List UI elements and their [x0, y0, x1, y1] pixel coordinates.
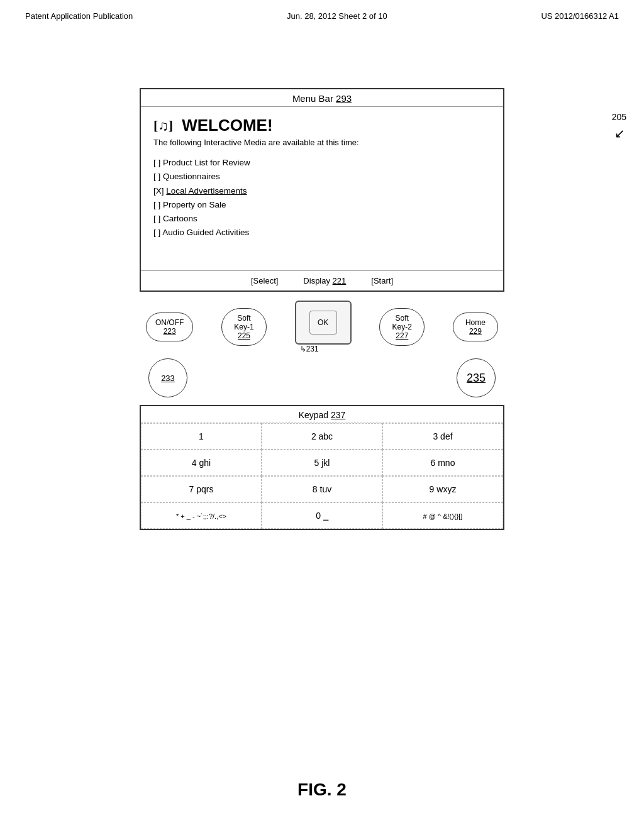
checkbox: [ ] [153, 214, 163, 223]
key-0[interactable]: 0 ⎯ [262, 502, 382, 529]
soft-key-2-label: SoftKey-2 [389, 314, 415, 332]
soft-key-1-button[interactable]: SoftKey-1 225 [221, 308, 267, 346]
checkbox: [ ] [153, 228, 162, 237]
right-scroll-ref: 235 [467, 372, 486, 385]
ok-inner[interactable]: OK [309, 311, 337, 335]
welcome-heading: WELCOME! [182, 116, 272, 135]
list-item[interactable]: [ ] Questionnaires [153, 170, 491, 184]
figure-caption: FIG. 2 [297, 780, 347, 799]
menu-bar-ref: 293 [336, 93, 352, 104]
controls-section: ON/OFF 223 SoftKey-1 225 OK ↳231 SoftKey… [140, 292, 504, 404]
soft-key-1-label: SoftKey-1 [231, 314, 257, 332]
key-6mno[interactable]: 6 mno [382, 450, 503, 476]
list-item[interactable]: [ ] Audio Guided Activities [153, 226, 491, 240]
screen-content: [♫] WELCOME! The following Interactive M… [141, 107, 503, 270]
list-item[interactable]: [ ] Product List for Review [153, 156, 491, 170]
list-item[interactable]: [X] Local Advertisements [153, 184, 491, 198]
welcome-row: [♫] WELCOME! [153, 116, 491, 135]
subtitle: The following Interactive Media are avai… [153, 138, 491, 147]
list-item[interactable]: [ ] Property on Sale [153, 198, 491, 212]
menu-items-list: [ ] Product List for Review [ ] Question… [153, 156, 491, 240]
key-3def[interactable]: 3 def [382, 423, 503, 450]
keypad-section: Keypad 237 1 2 abc 3 def 4 ghi 5 jkl 6 m… [140, 405, 504, 530]
key-5jkl[interactable]: 5 jkl [262, 450, 382, 476]
menu-bar: Menu Bar 293 [141, 89, 503, 107]
device: Menu Bar 293 [♫] WELCOME! The following … [140, 88, 504, 530]
soft-key-2-button[interactable]: SoftKey-2 227 [379, 308, 425, 346]
header-left: Patent Application Publication [25, 11, 133, 21]
display-bar: [Select] Display 221 [Start] [141, 270, 503, 290]
soft-key-2-ref: 227 [389, 331, 415, 340]
left-scroll-ref: 233 [161, 374, 175, 383]
item-label: Cartoons [163, 214, 197, 223]
item-label: Property on Sale [163, 200, 226, 209]
header-right: US 2012/0166312 A1 [541, 11, 619, 21]
key-9wxyz[interactable]: 9 wxyz [382, 476, 503, 502]
checkbox: [X] [153, 186, 166, 196]
menu-bar-label: Menu Bar [292, 93, 333, 104]
key-star[interactable]: * + _ - ~`;;:?/.,<> [141, 502, 262, 529]
key-2abc[interactable]: 2 abc [262, 423, 382, 450]
key-4ghi[interactable]: 4 ghi [141, 450, 262, 476]
on-off-ref: 223 [155, 327, 184, 336]
button-row-top: ON/OFF 223 SoftKey-1 225 OK ↳231 SoftKey… [146, 301, 498, 353]
on-off-button[interactable]: ON/OFF 223 [146, 313, 193, 341]
keypad-label: Keypad 237 [141, 406, 503, 423]
page-header: Patent Application Publication Jun. 28, … [0, 0, 644, 21]
display-label: Display 221 [303, 276, 346, 285]
item-label: Product List for Review [163, 158, 250, 167]
ok-button[interactable]: OK [295, 301, 352, 345]
item-label-local-ads: Local Advertisements [166, 186, 247, 196]
select-button-label[interactable]: [Select] [251, 276, 278, 285]
center-control: OK ↳231 [295, 301, 352, 353]
start-button-label[interactable]: [Start] [371, 276, 393, 285]
key-hash[interactable]: # @ ^ &!(){}[] [382, 502, 503, 529]
on-off-label: ON/OFF [155, 318, 184, 327]
home-button[interactable]: Home 229 [453, 313, 498, 341]
item-label: Questionnaires [163, 172, 220, 181]
list-item[interactable]: [ ] Cartoons [153, 212, 491, 226]
keypad-grid: 1 2 abc 3 def 4 ghi 5 jkl 6 mno 7 pqrs 8… [141, 423, 503, 529]
button-row-scroll: 233 235 [146, 358, 498, 397]
key-7pqrs[interactable]: 7 pqrs [141, 476, 262, 502]
checkbox: [ ] [153, 158, 163, 167]
checkbox: [ ] [153, 200, 163, 209]
key-8tuv[interactable]: 8 tuv [262, 476, 382, 502]
right-scroll-button[interactable]: 235 [457, 358, 496, 397]
left-scroll-button[interactable]: 233 [148, 358, 187, 397]
ref-205: 205 [612, 112, 626, 122]
checkbox: [ ] [153, 172, 163, 181]
home-ref: 229 [462, 327, 489, 336]
home-label: Home [462, 318, 489, 327]
display-section: Menu Bar 293 [♫] WELCOME! The following … [140, 88, 504, 292]
soft-key-1-ref: 225 [231, 331, 257, 340]
music-icon: [♫] [153, 118, 173, 134]
ok-label: OK [318, 318, 328, 327]
ok-ref: ↳231 [300, 345, 319, 353]
key-1[interactable]: 1 [141, 423, 262, 450]
item-label: Audio Guided Activities [162, 228, 249, 237]
header-center: Jun. 28, 2012 Sheet 2 of 10 [287, 11, 387, 21]
arrow-205-icon: ↙ [614, 126, 625, 141]
